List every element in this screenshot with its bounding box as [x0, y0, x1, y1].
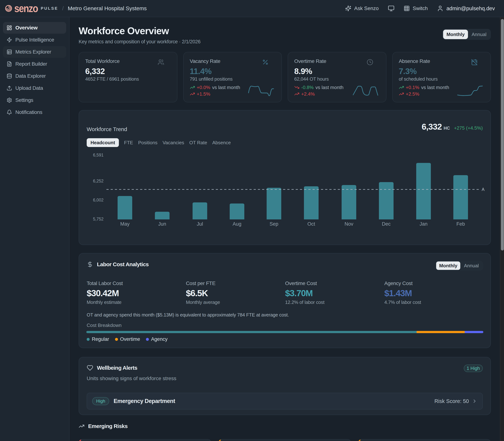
- svg-text:Aug: Aug: [233, 221, 241, 227]
- svg-text:6,252: 6,252: [93, 179, 104, 183]
- svg-text:May: May: [120, 221, 130, 227]
- svg-text:Sep: Sep: [269, 221, 278, 227]
- svg-text:Jan: Jan: [420, 221, 427, 227]
- svg-text:A: A: [482, 187, 485, 192]
- svg-text:6,591: 6,591: [93, 153, 104, 158]
- svg-text:Oct: Oct: [307, 221, 315, 227]
- svg-text:5,752: 5,752: [93, 217, 104, 221]
- svg-text:Nov: Nov: [345, 221, 353, 227]
- svg-text:Jun: Jun: [158, 221, 166, 227]
- svg-text:Jul: Jul: [197, 221, 203, 227]
- svg-text:Dec: Dec: [382, 221, 391, 227]
- svg-text:Feb: Feb: [457, 221, 465, 227]
- svg-text:6,002: 6,002: [93, 198, 104, 202]
